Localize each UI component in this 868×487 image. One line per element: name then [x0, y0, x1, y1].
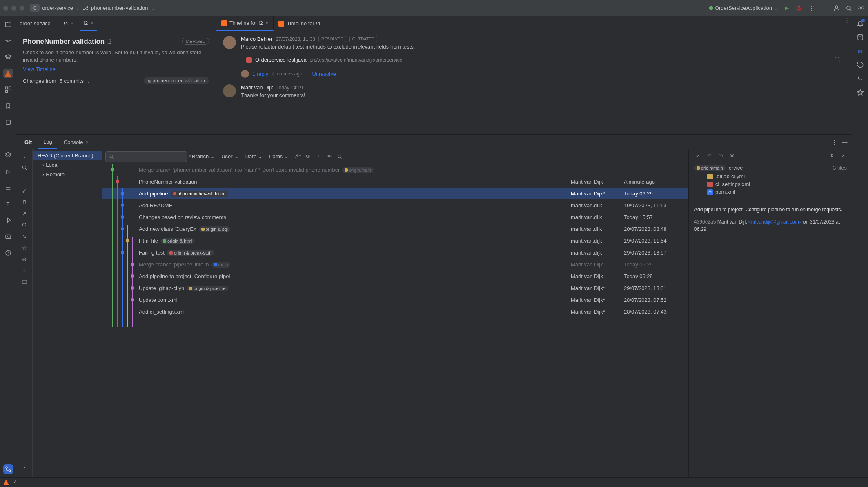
close-icon[interactable]: ×	[71, 20, 74, 27]
commit-row[interactable]: Add new class 'QueryExorigin & sqlmarit.…	[102, 223, 688, 235]
branch-head[interactable]: HEAD (Current Branch)	[33, 151, 102, 160]
minimize-window-button[interactable]	[11, 6, 16, 11]
commit-row[interactable]: Html fileorigin & htmlmarit.van.dijk19/0…	[102, 235, 688, 247]
commit-row[interactable]: Changes based on review commentsmarit.va…	[102, 211, 688, 223]
tab-mr-4[interactable]: !4 ×	[60, 16, 77, 31]
view-timeline-link[interactable]: View Timeline	[23, 66, 56, 72]
minimize-icon[interactable]: —	[841, 138, 848, 146]
close-icon[interactable]: ×	[839, 152, 847, 159]
maximize-window-button[interactable]	[20, 6, 24, 11]
tab-timeline-4[interactable]: Timeline for !4	[274, 16, 325, 31]
settings-icon[interactable]	[21, 267, 28, 274]
changed-file[interactable]: ci_settings.xml	[694, 180, 847, 188]
tab-log[interactable]: Log	[38, 135, 57, 149]
status-mr[interactable]: !4	[12, 479, 17, 485]
code-with-me-icon[interactable]	[833, 4, 840, 12]
learn-icon[interactable]	[3, 52, 13, 62]
endpoints-icon[interactable]	[857, 89, 864, 96]
maven-icon[interactable]: m	[857, 47, 864, 55]
commit-list[interactable]: Merge branch 'phonenumber-validation' in…	[102, 164, 688, 477]
target-icon[interactable]: ⊕	[21, 255, 28, 263]
branch-local[interactable]: › Local	[33, 160, 102, 170]
filter-branch[interactable]: Branch⌄	[190, 153, 216, 159]
type-icon[interactable]: T	[3, 199, 13, 209]
settings-icon[interactable]	[857, 4, 865, 12]
cherry-pick-icon[interactable]: ⫰	[315, 153, 322, 160]
project-selector[interactable]: order-service ⌄	[42, 5, 80, 11]
commits-dropdown[interactable]: 5 commits ⌄	[60, 78, 91, 84]
tab-timeline-2[interactable]: Timeline for !2 ×	[216, 16, 274, 31]
close-icon[interactable]: ×	[265, 20, 269, 26]
log-search[interactable]: .* Cc	[105, 151, 187, 162]
update-icon[interactable]: ↙	[21, 187, 28, 194]
window-controls[interactable]	[3, 6, 24, 11]
commit-row[interactable]: Add READMEmarit.van.dijk19/07/2023, 11:5…	[102, 199, 688, 211]
git-tool-icon[interactable]	[3, 464, 13, 474]
breadcrumb[interactable]: order-service	[20, 20, 51, 27]
refresh-icon[interactable]: ⟳	[304, 153, 312, 160]
run-config-selector[interactable]: ⬢ OrderServiceApplication ⌄	[709, 5, 778, 11]
filter-paths[interactable]: Paths⌄	[267, 153, 290, 159]
push-icon[interactable]: ↗	[21, 210, 28, 217]
file-reference[interactable]: OrderserviceTest.java src/test/java/com/…	[241, 53, 845, 66]
commit-row[interactable]: Update pom.xmlMarit van Dijk*28/07/2023,…	[102, 294, 688, 306]
changed-file[interactable]: .gitlab-ci.yml	[694, 173, 847, 180]
tab-console[interactable]: Console ×	[59, 135, 93, 149]
more-icon[interactable]: ⋯	[3, 134, 13, 144]
bean-icon[interactable]	[857, 75, 864, 82]
filter-date[interactable]: Date⌄	[244, 153, 264, 159]
undo-icon[interactable]: ↶	[706, 152, 713, 159]
expand-icon[interactable]: ⇕	[828, 152, 835, 159]
commit-icon[interactable]	[3, 36, 13, 46]
find-icon[interactable]	[21, 221, 28, 228]
commit-row[interactable]: Merge branch 'pipeline' into 'nmainMarit…	[102, 259, 688, 270]
branch-remote[interactable]: › Remote	[33, 170, 102, 179]
list-icon[interactable]	[3, 183, 13, 193]
reply-link[interactable]: 1 reply	[252, 71, 268, 77]
preview-icon[interactable]: 👁	[728, 152, 736, 159]
add-icon[interactable]: +	[21, 175, 28, 183]
gitlab-icon[interactable]	[3, 69, 13, 78]
commit-row[interactable]: Failing testorigin & break-stuffmarit.va…	[102, 247, 688, 259]
commit-email[interactable]: <mlvandijk@gmail.com>	[748, 219, 802, 225]
database-icon[interactable]	[857, 33, 864, 41]
more-vertical-icon[interactable]: ⋮	[830, 138, 838, 146]
gitlab-icon[interactable]	[3, 480, 9, 485]
find-icon[interactable]	[336, 153, 343, 160]
commit-row[interactable]: Merge branch 'phonenumber-validation' in…	[102, 164, 688, 176]
more-actions-icon[interactable]: ⋮	[808, 4, 815, 12]
notifications-icon[interactable]	[857, 20, 864, 27]
structure-icon[interactable]	[3, 85, 13, 95]
unresolve-link[interactable]: Unresolve	[312, 71, 336, 77]
search-icon[interactable]	[21, 164, 28, 171]
debug-button[interactable]: 🐞	[795, 4, 803, 12]
tab-mr-2[interactable]: !2 ×	[80, 16, 96, 31]
forward-icon[interactable]: ›	[21, 463, 28, 471]
commit-row[interactable]: Add ci_settings.xmlMarit van Dijk*28/07/…	[102, 306, 688, 318]
layers-icon[interactable]	[3, 150, 13, 160]
run-button[interactable]: ▶	[783, 4, 790, 12]
services-icon[interactable]	[3, 215, 13, 225]
delete-icon[interactable]	[21, 198, 28, 206]
checkout-icon[interactable]: ↙	[694, 152, 701, 159]
back-icon[interactable]: ‹	[21, 153, 28, 160]
new-branch-icon[interactable]: ⎇⁺	[294, 153, 301, 160]
filter-user[interactable]: User⌄	[220, 153, 240, 159]
close-icon[interactable]: ×	[85, 139, 89, 145]
bookmark-icon[interactable]	[3, 101, 13, 111]
search-input[interactable]	[116, 153, 185, 159]
terminal-icon[interactable]	[21, 278, 28, 286]
commit-row[interactable]: PhoneNumber validationMarit van DijkA mi…	[102, 176, 688, 188]
close-window-button[interactable]	[3, 6, 8, 11]
search-icon[interactable]	[845, 4, 852, 12]
history-icon[interactable]: ⏲	[717, 152, 724, 159]
commit-row[interactable]: Add pipelinephonenumber-validationMarit …	[102, 188, 688, 199]
eye-icon[interactable]: 👁	[325, 153, 333, 160]
star-icon[interactable]: ☆	[21, 244, 28, 251]
branch-selector[interactable]: ⎇ phonenumber-validation ⌄	[82, 5, 155, 11]
terminal-icon[interactable]	[3, 232, 13, 241]
commit-row[interactable]: Add pipeline to project. Configure pipel…	[102, 270, 688, 282]
more-vertical-icon[interactable]: ⋮	[842, 16, 852, 24]
problems-icon[interactable]	[3, 248, 13, 258]
folder-icon[interactable]	[3, 20, 13, 29]
